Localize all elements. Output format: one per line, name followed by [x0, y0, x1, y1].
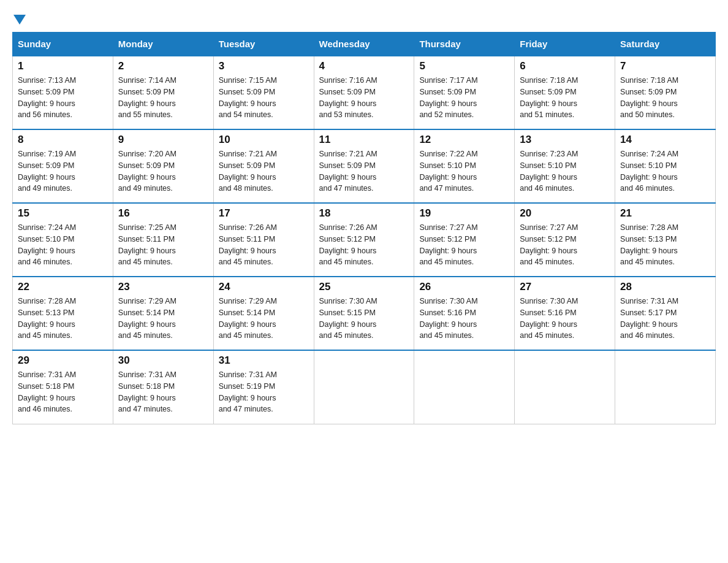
day-info: Sunrise: 7:18 AM Sunset: 5:09 PM Dayligh…	[620, 75, 710, 121]
day-number: 1	[18, 60, 108, 72]
column-header-monday: Monday	[113, 33, 213, 56]
calendar-cell: 16 Sunrise: 7:25 AM Sunset: 5:11 PM Dayl…	[113, 203, 213, 277]
calendar-cell: 4 Sunrise: 7:16 AM Sunset: 5:09 PM Dayli…	[314, 56, 414, 129]
day-info: Sunrise: 7:27 AM Sunset: 5:12 PM Dayligh…	[419, 222, 509, 268]
day-info: Sunrise: 7:30 AM Sunset: 5:16 PM Dayligh…	[520, 296, 610, 342]
day-info: Sunrise: 7:29 AM Sunset: 5:14 PM Dayligh…	[118, 296, 208, 342]
calendar-cell: 14 Sunrise: 7:24 AM Sunset: 5:10 PM Dayl…	[615, 129, 716, 203]
day-info: Sunrise: 7:31 AM Sunset: 5:19 PM Dayligh…	[219, 369, 309, 415]
day-info: Sunrise: 7:29 AM Sunset: 5:14 PM Dayligh…	[219, 296, 309, 342]
calendar-table: SundayMondayTuesdayWednesdayThursdayFrid…	[12, 32, 716, 424]
calendar-cell	[515, 350, 615, 424]
day-info: Sunrise: 7:31 AM Sunset: 5:18 PM Dayligh…	[118, 369, 208, 415]
day-info: Sunrise: 7:23 AM Sunset: 5:10 PM Dayligh…	[520, 148, 610, 194]
calendar-cell: 6 Sunrise: 7:18 AM Sunset: 5:09 PM Dayli…	[515, 56, 615, 129]
calendar-cell: 2 Sunrise: 7:14 AM Sunset: 5:09 PM Dayli…	[113, 56, 213, 129]
day-number: 14	[620, 134, 710, 146]
calendar-cell: 13 Sunrise: 7:23 AM Sunset: 5:10 PM Dayl…	[515, 129, 615, 203]
day-info: Sunrise: 7:31 AM Sunset: 5:17 PM Dayligh…	[620, 296, 710, 342]
column-header-tuesday: Tuesday	[213, 33, 314, 56]
day-number: 8	[18, 134, 108, 146]
calendar-header: SundayMondayTuesdayWednesdayThursdayFrid…	[13, 33, 716, 56]
day-number: 28	[620, 281, 710, 293]
calendar-cell: 7 Sunrise: 7:18 AM Sunset: 5:09 PM Dayli…	[615, 56, 716, 129]
calendar-cell	[314, 350, 414, 424]
day-info: Sunrise: 7:13 AM Sunset: 5:09 PM Dayligh…	[18, 75, 108, 121]
day-info: Sunrise: 7:30 AM Sunset: 5:15 PM Dayligh…	[319, 296, 409, 342]
day-number: 31	[219, 354, 309, 367]
calendar-cell: 31 Sunrise: 7:31 AM Sunset: 5:19 PM Dayl…	[213, 350, 314, 424]
column-header-saturday: Saturday	[615, 33, 716, 56]
day-info: Sunrise: 7:18 AM Sunset: 5:09 PM Dayligh…	[520, 75, 610, 121]
day-info: Sunrise: 7:28 AM Sunset: 5:13 PM Dayligh…	[18, 296, 108, 342]
day-number: 30	[118, 354, 208, 367]
day-info: Sunrise: 7:14 AM Sunset: 5:09 PM Dayligh…	[118, 75, 208, 121]
day-number: 10	[219, 134, 309, 146]
column-header-sunday: Sunday	[13, 33, 113, 56]
day-number: 9	[118, 134, 208, 146]
day-info: Sunrise: 7:19 AM Sunset: 5:09 PM Dayligh…	[18, 148, 108, 194]
day-number: 16	[118, 207, 208, 220]
calendar-cell: 18 Sunrise: 7:26 AM Sunset: 5:12 PM Dayl…	[314, 203, 414, 277]
day-number: 11	[319, 134, 409, 146]
day-number: 19	[419, 207, 509, 220]
calendar-cell: 8 Sunrise: 7:19 AM Sunset: 5:09 PM Dayli…	[13, 129, 113, 203]
day-number: 13	[520, 134, 610, 146]
day-number: 2	[118, 60, 208, 72]
calendar-cell: 30 Sunrise: 7:31 AM Sunset: 5:18 PM Dayl…	[113, 350, 213, 424]
calendar-cell: 17 Sunrise: 7:26 AM Sunset: 5:11 PM Dayl…	[213, 203, 314, 277]
calendar-cell: 20 Sunrise: 7:27 AM Sunset: 5:12 PM Dayl…	[515, 203, 615, 277]
day-number: 20	[520, 207, 610, 220]
day-number: 12	[419, 134, 509, 146]
calendar-cell: 29 Sunrise: 7:31 AM Sunset: 5:18 PM Dayl…	[13, 350, 113, 424]
calendar-week-row: 22 Sunrise: 7:28 AM Sunset: 5:13 PM Dayl…	[13, 277, 716, 350]
calendar-cell: 19 Sunrise: 7:27 AM Sunset: 5:12 PM Dayl…	[414, 203, 515, 277]
day-info: Sunrise: 7:24 AM Sunset: 5:10 PM Dayligh…	[620, 148, 710, 194]
calendar-cell	[615, 350, 716, 424]
calendar-cell: 10 Sunrise: 7:21 AM Sunset: 5:09 PM Dayl…	[213, 129, 314, 203]
day-info: Sunrise: 7:28 AM Sunset: 5:13 PM Dayligh…	[620, 222, 710, 268]
calendar-cell: 23 Sunrise: 7:29 AM Sunset: 5:14 PM Dayl…	[113, 277, 213, 350]
day-info: Sunrise: 7:22 AM Sunset: 5:10 PM Dayligh…	[419, 148, 509, 194]
day-number: 7	[620, 60, 710, 72]
calendar-cell: 1 Sunrise: 7:13 AM Sunset: 5:09 PM Dayli…	[13, 56, 113, 129]
day-number: 21	[620, 207, 710, 220]
day-number: 6	[520, 60, 610, 72]
day-number: 5	[419, 60, 509, 72]
day-number: 24	[219, 281, 309, 293]
day-number: 23	[118, 281, 208, 293]
column-header-friday: Friday	[515, 33, 615, 56]
day-info: Sunrise: 7:25 AM Sunset: 5:11 PM Dayligh…	[118, 222, 208, 268]
day-number: 4	[319, 60, 409, 72]
calendar-cell: 3 Sunrise: 7:15 AM Sunset: 5:09 PM Dayli…	[213, 56, 314, 129]
logo	[12, 12, 27, 22]
calendar-cell: 5 Sunrise: 7:17 AM Sunset: 5:09 PM Dayli…	[414, 56, 515, 129]
calendar-cell: 26 Sunrise: 7:30 AM Sunset: 5:16 PM Dayl…	[414, 277, 515, 350]
day-info: Sunrise: 7:20 AM Sunset: 5:09 PM Dayligh…	[118, 148, 208, 194]
calendar-cell: 25 Sunrise: 7:30 AM Sunset: 5:15 PM Dayl…	[314, 277, 414, 350]
day-number: 15	[18, 207, 108, 220]
column-header-thursday: Thursday	[414, 33, 515, 56]
calendar-cell: 11 Sunrise: 7:21 AM Sunset: 5:09 PM Dayl…	[314, 129, 414, 203]
logo-triangle-icon	[13, 15, 26, 25]
calendar-week-row: 8 Sunrise: 7:19 AM Sunset: 5:09 PM Dayli…	[13, 129, 716, 203]
day-info: Sunrise: 7:31 AM Sunset: 5:18 PM Dayligh…	[18, 369, 108, 415]
day-info: Sunrise: 7:26 AM Sunset: 5:12 PM Dayligh…	[319, 222, 409, 268]
calendar-week-row: 29 Sunrise: 7:31 AM Sunset: 5:18 PM Dayl…	[13, 350, 716, 424]
day-info: Sunrise: 7:17 AM Sunset: 5:09 PM Dayligh…	[419, 75, 509, 121]
calendar-cell: 15 Sunrise: 7:24 AM Sunset: 5:10 PM Dayl…	[13, 203, 113, 277]
day-info: Sunrise: 7:16 AM Sunset: 5:09 PM Dayligh…	[319, 75, 409, 121]
day-info: Sunrise: 7:30 AM Sunset: 5:16 PM Dayligh…	[419, 296, 509, 342]
day-info: Sunrise: 7:21 AM Sunset: 5:09 PM Dayligh…	[219, 148, 309, 194]
calendar-cell: 24 Sunrise: 7:29 AM Sunset: 5:14 PM Dayl…	[213, 277, 314, 350]
page-header	[12, 12, 716, 22]
day-info: Sunrise: 7:15 AM Sunset: 5:09 PM Dayligh…	[219, 75, 309, 121]
calendar-cell	[414, 350, 515, 424]
calendar-cell: 28 Sunrise: 7:31 AM Sunset: 5:17 PM Dayl…	[615, 277, 716, 350]
calendar-cell: 21 Sunrise: 7:28 AM Sunset: 5:13 PM Dayl…	[615, 203, 716, 277]
day-number: 22	[18, 281, 108, 293]
column-header-wednesday: Wednesday	[314, 33, 414, 56]
day-number: 25	[319, 281, 409, 293]
calendar-cell: 9 Sunrise: 7:20 AM Sunset: 5:09 PM Dayli…	[113, 129, 213, 203]
calendar-week-row: 15 Sunrise: 7:24 AM Sunset: 5:10 PM Dayl…	[13, 203, 716, 277]
